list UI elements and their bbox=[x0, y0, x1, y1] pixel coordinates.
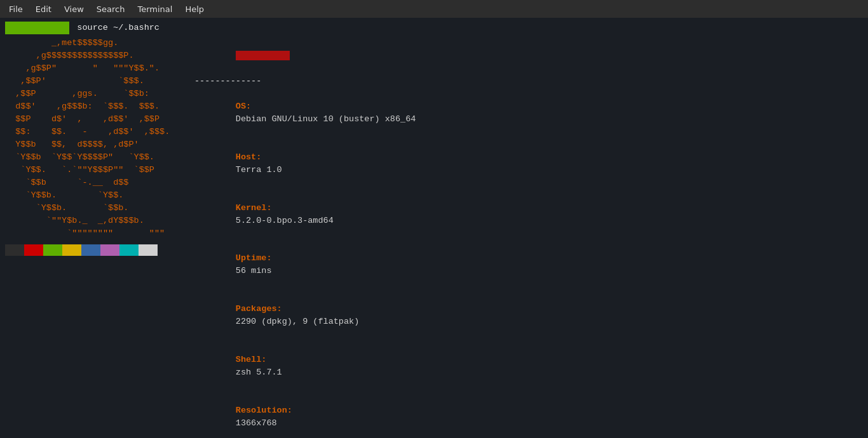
ascii-line-14: `Y$$b. `$$b. bbox=[5, 202, 189, 215]
color-block bbox=[139, 244, 158, 256]
menu-file[interactable]: File bbox=[3, 3, 29, 15]
ascii-line-5: ,$$P ,ggs. `$$b: bbox=[5, 88, 189, 100]
info-uptime: Uptime: 56 mins bbox=[194, 239, 863, 290]
ascii-line-3: ,g$$P" " """Y$$.". bbox=[5, 62, 189, 75]
menu-view[interactable]: View bbox=[58, 3, 90, 15]
ascii-line-11: `Y$$. `.`""Y$$$P"" `$$P bbox=[5, 164, 189, 176]
color-block bbox=[24, 244, 43, 256]
color-block bbox=[119, 244, 139, 256]
info-shell: Shell: zsh 5.7.1 bbox=[194, 341, 863, 392]
color-block bbox=[5, 244, 24, 256]
prompt-separator bbox=[71, 22, 76, 34]
command-line-1: source ~/.bashrc bbox=[5, 22, 863, 34]
ascii-line-2: ,g$$$$$$$$$$$$$$$P. bbox=[5, 50, 189, 62]
info-kernel: Kernel: 5.2.0-0.bpo.3-amd64 bbox=[194, 189, 863, 240]
info-os: OS: Debian GNU/Linux 10 (buster) x86_64 bbox=[194, 88, 863, 138]
ascii-line-16: `"""""""" """ bbox=[5, 227, 189, 240]
command-text: source ~/.bashrc bbox=[77, 22, 159, 34]
ascii-line-13: `Y$$b. `Y$$. bbox=[5, 189, 189, 202]
terminal-window: source ~/.bashrc _,met$$$$$gg. ,g$$$$$$$… bbox=[0, 18, 868, 438]
ascii-art-col: _,met$$$$$gg. ,g$$$$$$$$$$$$$$$P. ,g$$P"… bbox=[5, 37, 189, 438]
user-hostname-line bbox=[194, 37, 863, 75]
menu-help[interactable]: Help bbox=[179, 3, 210, 15]
menu-search[interactable]: Search bbox=[90, 3, 132, 15]
menu-edit[interactable]: Edit bbox=[29, 3, 58, 15]
info-resolution: Resolution: 1366x768 bbox=[194, 392, 863, 438]
prompt-user-host bbox=[5, 22, 69, 34]
username-display bbox=[236, 51, 290, 60]
ascii-line-9: Y$$b $$, d$$$$, ,d$P' bbox=[5, 138, 189, 151]
ascii-line-6: d$$' ,g$$$b: `$$$. $$$. bbox=[5, 100, 189, 113]
color-blocks-row bbox=[5, 244, 189, 257]
ascii-line-4: ,$$P' `$$$. bbox=[5, 75, 189, 88]
ascii-line-8: $$: $$. - ,d$$' ,$$$. bbox=[5, 126, 189, 138]
ascii-line-12: `$$b `-.__ d$$ bbox=[5, 176, 189, 189]
color-block bbox=[81, 244, 100, 256]
ascii-line-15: `""Y$b._ _,dY$$$b. bbox=[5, 215, 189, 227]
ascii-line-10: `Y$$b `Y$$`Y$$$$P" `Y$$. bbox=[5, 151, 189, 164]
neofetch-info-col: ------------- OS: Debian GNU/Linux 10 (b… bbox=[189, 37, 863, 438]
ascii-line-1: _,met$$$$$gg. bbox=[5, 37, 189, 50]
menubar: File Edit View Search Terminal Help bbox=[0, 0, 868, 18]
info-packages: Packages: 2290 (dpkg), 9 (flatpak) bbox=[194, 290, 863, 341]
ascii-line-7: $$P d$' , ,d$$' ,$$P bbox=[5, 113, 189, 126]
color-block bbox=[62, 244, 81, 256]
menu-terminal[interactable]: Terminal bbox=[131, 3, 179, 15]
separator-line: ------------- bbox=[194, 75, 863, 88]
content-area: _,met$$$$$gg. ,g$$$$$$$$$$$$$$$P. ,g$$P"… bbox=[5, 37, 863, 438]
color-block bbox=[43, 244, 62, 256]
color-block bbox=[100, 244, 119, 256]
info-host: Host: Terra 1.0 bbox=[194, 138, 863, 189]
